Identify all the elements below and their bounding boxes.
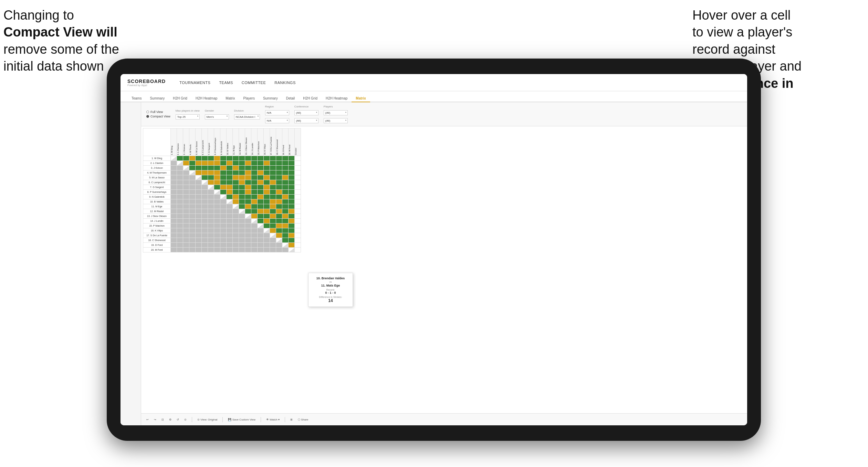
matrix-cell[interactable] [282, 166, 289, 170]
players-select[interactable]: (All) [324, 110, 348, 115]
matrix-cell[interactable] [183, 199, 189, 204]
matrix-cell[interactable] [189, 233, 196, 238]
matrix-cell[interactable] [177, 228, 183, 233]
matrix-cell[interactable] [276, 170, 282, 175]
matrix-cell[interactable] [258, 204, 264, 209]
matrix-cell[interactable] [282, 180, 289, 185]
matrix-cell[interactable] [264, 224, 270, 228]
tab-summary2[interactable]: Summary [259, 95, 282, 102]
matrix-cell[interactable] [239, 199, 245, 204]
matrix-cell[interactable] [282, 248, 289, 252]
players-select2[interactable]: (All) [324, 118, 348, 123]
matrix-cell[interactable] [270, 161, 276, 166]
matrix-cell[interactable] [171, 185, 177, 190]
matrix-cell[interactable] [276, 180, 282, 185]
matrix-cell[interactable] [177, 204, 183, 209]
matrix-cell[interactable] [245, 224, 251, 228]
matrix-cell[interactable] [264, 248, 270, 252]
nav-committee[interactable]: COMMITTEE [242, 81, 266, 85]
matrix-cell[interactable] [276, 199, 282, 204]
matrix-cell[interactable] [289, 243, 295, 248]
matrix-cell[interactable] [208, 190, 214, 195]
matrix-cell[interactable] [282, 209, 289, 214]
matrix-scroll[interactable]: 1. W Ding 2. L Clanton 3. J Koivun 4. M … [143, 128, 745, 412]
matrix-cell[interactable] [202, 161, 208, 166]
matrix-cell[interactable] [289, 199, 295, 204]
matrix-cell[interactable] [245, 175, 251, 180]
matrix-cell[interactable] [208, 224, 214, 228]
matrix-cell[interactable] [289, 190, 295, 195]
matrix-cell[interactable] [202, 248, 208, 252]
matrix-cell[interactable] [183, 180, 189, 185]
matrix-cell[interactable] [251, 156, 258, 161]
matrix-cell[interactable] [220, 161, 227, 166]
matrix-cell[interactable] [245, 161, 251, 166]
matrix-cell[interactable] [233, 219, 239, 224]
matrix-cell[interactable] [177, 161, 183, 166]
matrix-cell[interactable] [233, 185, 239, 190]
matrix-cell[interactable] [282, 190, 289, 195]
matrix-cell[interactable] [227, 219, 233, 224]
matrix-cell[interactable] [295, 238, 301, 243]
matrix-cell[interactable] [258, 243, 264, 248]
matrix-cell[interactable] [258, 166, 264, 170]
matrix-cell[interactable] [177, 190, 183, 195]
matrix-cell[interactable] [196, 170, 202, 175]
matrix-cell[interactable] [208, 170, 214, 175]
matrix-cell[interactable] [189, 219, 196, 224]
matrix-cell[interactable] [270, 224, 276, 228]
matrix-cell[interactable] [289, 248, 295, 252]
matrix-cell[interactable] [227, 228, 233, 233]
matrix-cell[interactable] [202, 219, 208, 224]
matrix-cell[interactable] [282, 233, 289, 238]
matrix-cell[interactable] [220, 190, 227, 195]
matrix-cell[interactable] [282, 219, 289, 224]
region-select2[interactable]: N/A [265, 118, 289, 123]
matrix-cell[interactable] [233, 175, 239, 180]
matrix-cell[interactable] [196, 199, 202, 204]
matrix-cell[interactable] [282, 243, 289, 248]
matrix-cell[interactable] [276, 161, 282, 166]
matrix-cell[interactable] [264, 214, 270, 219]
matrix-cell[interactable] [258, 195, 264, 199]
matrix-cell[interactable] [276, 233, 282, 238]
tab-teams[interactable]: Teams [127, 95, 146, 102]
matrix-cell[interactable] [239, 233, 245, 238]
matrix-cell[interactable] [189, 238, 196, 243]
matrix-cell[interactable] [171, 180, 177, 185]
matrix-cell[interactable] [196, 214, 202, 219]
matrix-cell[interactable] [220, 156, 227, 161]
matrix-cell[interactable] [171, 166, 177, 170]
matrix-cell[interactable] [196, 166, 202, 170]
matrix-cell[interactable] [251, 233, 258, 238]
matrix-cell[interactable] [282, 195, 289, 199]
matrix-cell[interactable] [214, 195, 220, 199]
matrix-cell[interactable] [214, 199, 220, 204]
matrix-cell[interactable] [239, 195, 245, 199]
matrix-cell[interactable] [220, 185, 227, 190]
matrix-cell[interactable] [183, 243, 189, 248]
matrix-cell[interactable] [239, 204, 245, 209]
matrix-cell[interactable] [282, 228, 289, 233]
region-select[interactable]: N/A [265, 110, 289, 115]
matrix-cell[interactable] [239, 228, 245, 233]
matrix-cell[interactable] [227, 190, 233, 195]
matrix-cell[interactable] [258, 224, 264, 228]
matrix-cell[interactable] [214, 190, 220, 195]
matrix-cell[interactable] [214, 170, 220, 175]
matrix-cell[interactable] [227, 195, 233, 199]
matrix-cell[interactable] [245, 228, 251, 233]
matrix-cell[interactable] [227, 233, 233, 238]
matrix-cell[interactable] [289, 219, 295, 224]
matrix-cell[interactable] [183, 166, 189, 170]
matrix-cell[interactable] [177, 185, 183, 190]
matrix-cell[interactable] [233, 238, 239, 243]
matrix-cell[interactable] [233, 204, 239, 209]
matrix-cell[interactable] [196, 190, 202, 195]
matrix-cell[interactable] [270, 166, 276, 170]
matrix-cell[interactable] [251, 166, 258, 170]
matrix-cell[interactable] [251, 219, 258, 224]
conference-select[interactable]: (All) [294, 110, 318, 115]
matrix-cell[interactable] [208, 156, 214, 161]
matrix-cell[interactable] [264, 228, 270, 233]
